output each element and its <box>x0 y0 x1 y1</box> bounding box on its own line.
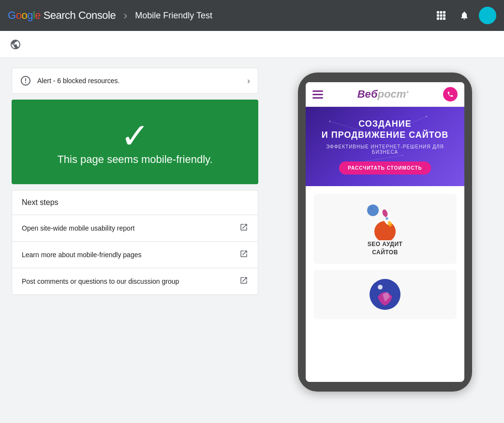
phone-mockup: Веброст+ СОЗДАНИЕ И ПРОДВИЖЕНИЕ САЙТОВ Э… <box>298 73 472 392</box>
site-cards: SEO АУДИТ САЙТОВ <box>306 186 464 327</box>
google-logo: Google Search Console <box>8 9 116 22</box>
external-link-icon-1 <box>239 223 248 233</box>
svg-rect-5 <box>443 15 445 17</box>
left-panel: Alert - 6 blocked resources. › ✓ This pa… <box>12 68 258 295</box>
alert-text: Alert - 6 blocked resources. <box>37 77 247 85</box>
svg-rect-8 <box>443 17 445 20</box>
main-content: Alert - 6 blocked resources. › ✓ This pa… <box>0 58 504 401</box>
hero-subheading: ЭФФЕКТИВНЫЕ ИНТЕРНЕТ-РЕШЕНИЯ ДЛЯ БИЗНЕСА <box>313 144 457 155</box>
checkmark-icon: ✓ <box>120 118 149 153</box>
svg-point-17 <box>385 217 388 220</box>
site-nav: Веброст+ <box>306 82 464 107</box>
svg-rect-0 <box>437 11 439 14</box>
next-step-learn-more[interactable]: Learn more about mobile-friendly pages <box>12 242 258 268</box>
user-avatar[interactable] <box>479 7 496 24</box>
notifications-icon[interactable] <box>456 7 473 24</box>
rocket-illustration <box>366 202 404 240</box>
svg-point-13 <box>399 213 400 214</box>
next-step-usability-report-label: Open site-wide mobile usability report <box>22 224 239 232</box>
success-text: This page seems mobile-friendly. <box>57 153 212 166</box>
svg-point-11 <box>370 207 373 210</box>
svg-rect-7 <box>440 17 443 20</box>
card2-illustration <box>368 277 402 311</box>
hero-cta-button: РАССЧИТАТЬ СТОИМОСТЬ <box>339 161 431 175</box>
brand: Google Search Console <box>8 9 116 22</box>
svg-rect-3 <box>437 15 439 17</box>
alert-chevron-icon: › <box>247 76 250 86</box>
header: Google Search Console › Mobile Friendly … <box>0 0 504 31</box>
site-hero: СОЗДАНИЕ И ПРОДВИЖЕНИЕ САЙТОВ ЭФФЕКТИВНЫ… <box>306 107 464 186</box>
site-phone-icon <box>443 87 458 102</box>
alert-banner[interactable]: Alert - 6 blocked resources. › <box>12 68 258 94</box>
right-panel: Веброст+ СОЗДАНИЕ И ПРОДВИЖЕНИЕ САЙТОВ Э… <box>278 68 492 392</box>
next-step-discussion[interactable]: Post comments or questions to our discus… <box>12 268 258 294</box>
svg-point-20 <box>378 285 383 290</box>
next-step-discussion-label: Post comments or questions to our discus… <box>22 277 239 285</box>
phone-screen: Веброст+ СОЗДАНИЕ И ПРОДВИЖЕНИЕ САЙТОВ Э… <box>306 82 464 382</box>
sub-header <box>0 31 504 58</box>
apps-icon[interactable] <box>432 7 450 24</box>
svg-point-9 <box>374 221 396 240</box>
page-title: Mobile Friendly Test <box>135 11 212 21</box>
next-step-usability-report[interactable]: Open site-wide mobile usability report <box>12 215 258 242</box>
alert-icon <box>20 75 31 87</box>
site-card-seo: SEO АУДИТ САЙТОВ <box>313 194 457 264</box>
svg-point-10 <box>367 204 379 216</box>
next-steps-card: Next steps Open site-wide mobile usabili… <box>12 190 258 295</box>
svg-rect-6 <box>437 17 439 20</box>
site-card-2 <box>313 270 457 319</box>
external-link-icon-3 <box>239 276 248 287</box>
globe-icon[interactable] <box>8 37 23 52</box>
next-step-learn-more-label: Learn more about mobile-friendly pages <box>22 251 239 259</box>
svg-rect-4 <box>440 15 443 17</box>
next-steps-heading: Next steps <box>12 190 258 215</box>
hero-heading: СОЗДАНИЕ И ПРОДВИЖЕНИЕ САЙТОВ <box>313 118 457 141</box>
header-divider: › <box>123 9 127 22</box>
site-logo: Веброст+ <box>357 88 409 101</box>
svg-rect-1 <box>440 11 443 14</box>
external-link-icon-2 <box>239 249 248 260</box>
svg-point-12 <box>394 205 396 207</box>
success-card: ✓ This page seems mobile-friendly. <box>12 100 258 184</box>
hamburger-icon <box>312 90 323 99</box>
svg-rect-2 <box>443 11 445 14</box>
card1-title: SEO АУДИТ САЙТОВ <box>368 240 403 257</box>
svg-point-14 <box>389 204 390 204</box>
